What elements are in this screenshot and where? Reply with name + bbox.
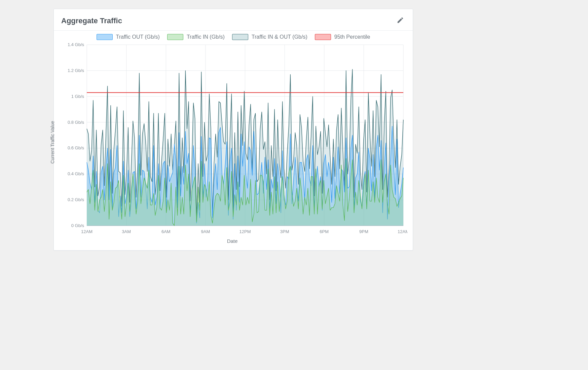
svg-text:9PM: 9PM: [359, 229, 368, 234]
legend-item-traffic-inout[interactable]: Traffic IN & OUT (Gb/s): [232, 34, 307, 40]
card-title: Aggregate Traffic: [61, 16, 122, 25]
legend-label-out: Traffic OUT (Gb/s): [116, 34, 160, 40]
svg-text:0.4 Gb/s: 0.4 Gb/s: [68, 171, 84, 176]
svg-text:6AM: 6AM: [161, 229, 171, 234]
card-header: Aggregate Traffic: [54, 9, 413, 31]
legend-item-traffic-in[interactable]: Traffic IN (Gb/s): [167, 34, 225, 40]
edit-button[interactable]: [395, 15, 405, 26]
chart-legend: Traffic OUT (Gb/s) Traffic IN (Gb/s) Tra…: [54, 31, 413, 41]
traffic-chart[interactable]: 0 Gb/s0.2 Gb/s0.4 Gb/s0.6 Gb/s0.8 Gb/s1 …: [57, 41, 407, 243]
legend-swatch-out: [97, 34, 113, 40]
chart-area: Current Traffic Value 0 Gb/s0.2 Gb/s0.4 …: [57, 41, 407, 243]
y-axis-label: Current Traffic Value: [50, 121, 55, 163]
svg-text:3PM: 3PM: [280, 229, 289, 234]
svg-text:12AM: 12AM: [398, 229, 407, 234]
svg-text:1 Gb/s: 1 Gb/s: [71, 94, 84, 99]
svg-text:1.4 Gb/s: 1.4 Gb/s: [68, 42, 84, 47]
svg-text:12AM: 12AM: [81, 229, 93, 234]
pencil-icon: [397, 20, 404, 25]
legend-label-95th: 95th Percentile: [334, 34, 370, 40]
svg-text:0 Gb/s: 0 Gb/s: [71, 223, 84, 228]
x-axis-label: Date: [227, 238, 238, 244]
svg-text:12PM: 12PM: [240, 229, 251, 234]
legend-item-traffic-out[interactable]: Traffic OUT (Gb/s): [97, 34, 160, 40]
svg-text:3AM: 3AM: [122, 229, 131, 234]
svg-text:9AM: 9AM: [201, 229, 210, 234]
svg-text:0.6 Gb/s: 0.6 Gb/s: [68, 145, 84, 150]
legend-item-95th[interactable]: 95th Percentile: [315, 34, 370, 40]
legend-label-in: Traffic IN (Gb/s): [187, 34, 225, 40]
legend-swatch-95th: [315, 34, 331, 40]
legend-label-inout: Traffic IN & OUT (Gb/s): [252, 34, 307, 40]
svg-text:6PM: 6PM: [320, 229, 329, 234]
legend-swatch-in: [167, 34, 183, 40]
legend-swatch-inout: [232, 34, 248, 40]
svg-text:0.8 Gb/s: 0.8 Gb/s: [68, 120, 84, 125]
svg-text:1.2 Gb/s: 1.2 Gb/s: [68, 68, 84, 73]
aggregate-traffic-card: Aggregate Traffic Traffic OUT (Gb/s) Tra…: [53, 9, 413, 251]
svg-text:0.2 Gb/s: 0.2 Gb/s: [68, 197, 84, 202]
